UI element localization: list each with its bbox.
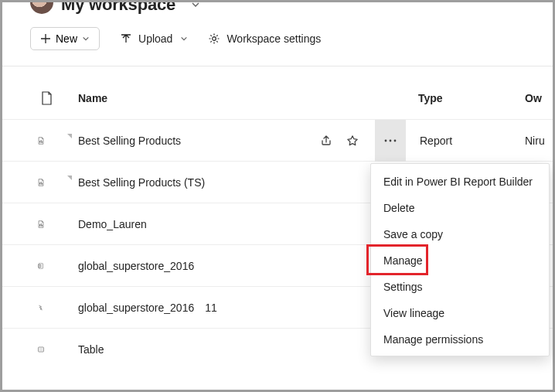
svg-point-6 [394, 139, 397, 141]
svg-point-18 [41, 348, 42, 349]
svg-rect-8 [41, 181, 42, 184]
endorsement-icon [67, 176, 72, 180]
header-name[interactable]: Name [44, 92, 301, 104]
more-options-button[interactable] [375, 120, 406, 162]
item-name[interactable]: Best Selling Products [78, 135, 181, 147]
share-icon[interactable] [319, 134, 333, 148]
refresh-count: 11 [205, 302, 217, 314]
table-icon [2, 343, 44, 356]
menu-item[interactable]: Edit in Power BI Report Builder [371, 169, 549, 195]
svg-rect-12 [42, 224, 43, 226]
upload-label: Upload [138, 32, 172, 45]
chevron-down-icon [82, 35, 90, 43]
paginated-icon [2, 217, 44, 231]
menu-item[interactable]: Delete [371, 195, 549, 221]
context-menu: Edit in Power BI Report BuilderDeleteSav… [370, 163, 550, 356]
table-row[interactable]: Best Selling ProductsReportNiru [2, 119, 553, 161]
header-owner[interactable]: Ow [525, 92, 553, 104]
paginated-icon [2, 134, 44, 148]
paginated-icon [2, 176, 44, 189]
plus-icon [40, 33, 51, 44]
upload-icon [120, 32, 132, 45]
workbook-icon [2, 259, 44, 273]
endorsement-icon [67, 134, 72, 138]
svg-rect-11 [41, 223, 42, 226]
menu-item[interactable]: Manage [371, 247, 549, 274]
svg-rect-9 [42, 182, 43, 184]
svg-rect-10 [39, 224, 40, 227]
chevron-down-icon[interactable] [191, 0, 200, 9]
header-icon-col [2, 91, 44, 105]
svg-rect-7 [39, 182, 40, 185]
item-type: Report [409, 135, 525, 147]
workspace-settings-button[interactable]: Workspace settings [208, 32, 321, 45]
dataflow-icon [2, 301, 44, 315]
item-owner: Niru [525, 135, 553, 147]
item-name[interactable]: Best Selling Products (TS) [78, 176, 205, 189]
menu-item[interactable]: View lineage [371, 300, 549, 326]
workspace-settings-label: Workspace settings [226, 32, 321, 45]
new-button[interactable]: New [30, 27, 100, 50]
menu-item[interactable]: Settings [371, 274, 549, 300]
svg-point-4 [385, 139, 387, 141]
svg-point-21 [42, 349, 43, 350]
table-header: Name Type Ow [2, 84, 553, 119]
svg-rect-15 [39, 347, 44, 352]
menu-item[interactable]: Manage permissions [371, 326, 549, 353]
svg-point-17 [39, 349, 40, 350]
new-button-label: New [56, 32, 77, 45]
item-name[interactable]: Table [78, 343, 104, 356]
svg-rect-1 [39, 141, 40, 143]
svg-point-0 [213, 37, 216, 41]
svg-point-5 [390, 139, 392, 141]
item-name[interactable]: global_superstore_2016 [78, 302, 194, 314]
chevron-down-icon [180, 35, 188, 43]
svg-rect-2 [41, 139, 42, 142]
upload-button[interactable]: Upload [120, 32, 188, 45]
svg-rect-3 [42, 141, 43, 142]
workspace-title: My workspace [61, 0, 175, 15]
svg-point-16 [39, 348, 40, 349]
header-type[interactable]: Type [409, 92, 525, 104]
item-name[interactable]: global_superstore_2016 [78, 260, 194, 272]
svg-point-19 [41, 349, 42, 350]
svg-point-20 [42, 348, 43, 349]
menu-item[interactable]: Save a copy [371, 221, 549, 247]
star-icon[interactable] [346, 134, 359, 148]
avatar [30, 0, 53, 14]
item-name[interactable]: Demo_Lauren [78, 218, 147, 230]
gear-icon [208, 32, 220, 45]
